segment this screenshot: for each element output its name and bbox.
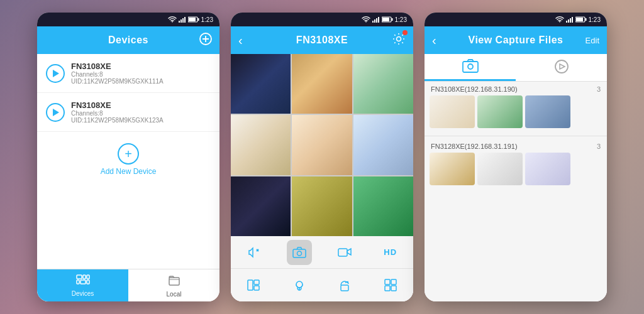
svg-rect-1: [180, 19, 182, 23]
svg-rect-37: [391, 279, 396, 284]
svg-rect-36: [385, 279, 390, 284]
svg-rect-14: [80, 280, 86, 284]
section-device-1: FN3108XE(192.168.31.190): [431, 85, 518, 93]
svg-rect-27: [293, 249, 306, 257]
svg-point-28: [297, 251, 301, 256]
rotate-btn[interactable]: [332, 273, 357, 298]
nav-local[interactable]: Local: [128, 269, 219, 301]
settings-btn-camera[interactable]: [392, 32, 406, 49]
device-uid-2: UID:11K2W2P58M9K5GXK123A: [71, 117, 164, 124]
status-icons-3: 1:23: [555, 16, 601, 23]
signal-icon-3: [566, 16, 574, 23]
intercom-icon: [293, 279, 306, 291]
nav-devices-label: Devices: [72, 290, 94, 297]
add-circle-icon: +: [118, 143, 139, 165]
svg-point-49: [555, 60, 568, 73]
cam-cell-7[interactable]: [231, 176, 291, 236]
time-2: 1:23: [395, 16, 407, 23]
svg-rect-31: [254, 280, 259, 284]
device-info-1: FN3108XE Channels:8 UID:11K2W2P58M9K5GXK…: [71, 62, 164, 85]
signal-icon-2: [372, 16, 380, 23]
svg-rect-32: [254, 286, 259, 290]
play-btn-1[interactable]: [46, 64, 65, 83]
thumb-1-3[interactable]: [525, 95, 570, 128]
nav-devices[interactable]: Devices: [37, 269, 128, 301]
svg-rect-23: [382, 18, 389, 21]
thumb-2-1[interactable]: [430, 153, 475, 185]
cam-cell-3[interactable]: [353, 54, 413, 114]
svg-rect-29: [338, 249, 347, 256]
svg-rect-19: [376, 18, 377, 23]
devices-nav-icon: [76, 274, 90, 289]
cam-cell-5[interactable]: [292, 115, 352, 175]
svg-rect-40: [566, 21, 567, 23]
local-nav-icon: [168, 274, 180, 290]
svg-rect-22: [391, 18, 392, 21]
thumb-2-3[interactable]: [525, 153, 570, 185]
play-btn-2[interactable]: [46, 103, 65, 122]
phone-capture: 1:23 ‹ View Capture Files Edit FN3108XE(…: [425, 13, 607, 301]
time-1: 1:23: [201, 16, 213, 23]
battery-icon-3: [575, 16, 587, 23]
layout-icon: [247, 279, 260, 291]
tab-video[interactable]: [516, 54, 607, 81]
thumb-2-2[interactable]: [477, 153, 523, 185]
add-device-header-btn[interactable]: [199, 33, 212, 48]
capture-title: View Capture Files: [469, 35, 564, 46]
thumb-1-2[interactable]: [477, 95, 523, 128]
section-device-2: FN3128XE(192.168.31.191): [431, 143, 518, 150]
device-channels-1: Channels:8: [71, 71, 164, 78]
header-camera: ‹ FN3108XE: [231, 26, 413, 54]
svg-rect-20: [378, 17, 379, 23]
thumb-row-2: [425, 153, 607, 190]
cam-cell-6[interactable]: [353, 115, 413, 175]
cam-cell-1[interactable]: [231, 54, 291, 114]
rotate-icon: [338, 279, 351, 291]
camera-title: FN3108XE: [296, 35, 348, 46]
battery-icon-2: [382, 16, 393, 23]
toolbar-row-1: HD: [231, 236, 413, 269]
record-btn[interactable]: [332, 240, 357, 265]
intercom-btn[interactable]: [287, 273, 312, 298]
svg-rect-42: [570, 18, 571, 23]
svg-rect-30: [248, 280, 253, 290]
cam-cell-8[interactable]: [292, 176, 352, 236]
back-btn-capture[interactable]: ‹: [432, 33, 436, 48]
add-new-device-btn[interactable]: + Add New Device: [37, 132, 219, 187]
cam-cell-4[interactable]: [231, 115, 291, 175]
signal-icon: [179, 16, 186, 23]
thumb-1-1[interactable]: [430, 95, 475, 128]
wifi-icon-2: [362, 16, 370, 23]
svg-rect-18: [374, 19, 375, 23]
capture-btn[interactable]: [287, 240, 312, 265]
mute-btn[interactable]: [241, 240, 266, 265]
svg-rect-16: [169, 278, 179, 285]
device-item-2[interactable]: FN3108XE Channels:8 UID:11K2W2P58M9K5GXK…: [37, 93, 219, 132]
section-count-2: 3: [597, 143, 601, 150]
hd-btn[interactable]: HD: [378, 240, 403, 265]
add-device-label: Add New Device: [101, 167, 157, 176]
device-item-1[interactable]: FN3108XE Channels:8 UID:11K2W2P58M9K5GXK…: [37, 54, 219, 93]
back-btn-camera[interactable]: ‹: [238, 33, 243, 48]
edit-btn[interactable]: Edit: [586, 36, 599, 45]
tab-photo[interactable]: [425, 54, 516, 81]
svg-rect-46: [576, 18, 583, 21]
device-list: FN3108XE Channels:8 UID:11K2W2P58M9K5GXK…: [37, 54, 219, 269]
svg-rect-38: [385, 286, 390, 291]
svg-rect-45: [585, 18, 586, 21]
devices-title: Devices: [108, 35, 148, 46]
status-icons-2: 1:23: [362, 16, 407, 23]
cam-cell-2[interactable]: [292, 54, 352, 114]
section-divider: [425, 136, 607, 136]
cam-cell-9[interactable]: [353, 176, 413, 236]
toolbar-row-2: [231, 269, 413, 301]
grid-btn[interactable]: [378, 273, 403, 298]
device-info-2: FN3108XE Channels:8 UID:11K2W2P58M9K5GXK…: [71, 100, 164, 124]
section-header-1: FN3108XE(192.168.31.190) 3: [425, 82, 607, 95]
svg-rect-10: [77, 275, 82, 279]
plus-circle-icon: [199, 33, 212, 45]
layout-btn[interactable]: [241, 273, 266, 298]
phone-camera: 1:23 ‹ FN3108XE: [231, 13, 413, 301]
status-bar-1: 1:23: [37, 13, 219, 26]
svg-rect-17: [372, 21, 374, 23]
